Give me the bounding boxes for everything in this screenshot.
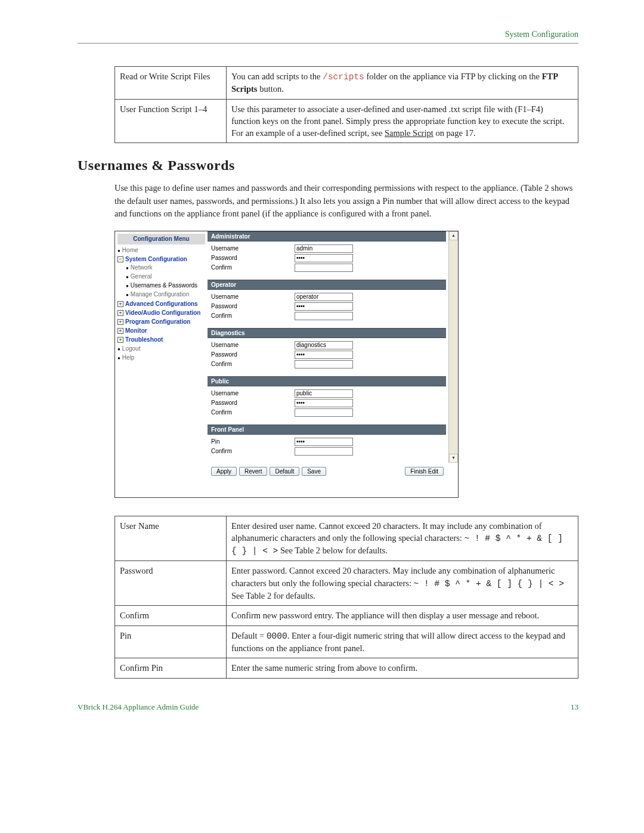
save-button[interactable]: Save: [302, 467, 326, 476]
text: See Table 2 below for defaults.: [278, 546, 388, 555]
form-row: Confirm: [208, 311, 446, 321]
section-header-public: Public: [208, 376, 446, 386]
password-input[interactable]: [295, 399, 353, 407]
text: button.: [258, 84, 284, 94]
section-header-front-panel: Front Panel: [208, 425, 446, 435]
sidebar-item-home[interactable]: Home: [122, 247, 138, 253]
password-input[interactable]: [295, 254, 353, 262]
scroll-up-icon[interactable]: ▲: [449, 231, 458, 240]
sidebar-item-video-audio[interactable]: Video/Audio Configuration: [125, 309, 200, 316]
sidebar-item-system-config[interactable]: System Configuration: [125, 256, 187, 262]
footer-guide-name: VBrick H.264 Appliance Admin Guide: [78, 702, 199, 712]
expand-icon[interactable]: +: [117, 328, 123, 334]
scrollbar[interactable]: ▲ ▼: [448, 231, 458, 463]
text: You can add scripts to the: [231, 72, 323, 81]
form-row: Username: [208, 389, 446, 398]
table-row: Confirm PinEnter the same numeric string…: [115, 658, 578, 678]
section-header-diagnostics: Diagnostics: [208, 328, 446, 338]
confirm-input[interactable]: [295, 360, 353, 368]
sidebar-item-general[interactable]: General: [131, 273, 152, 280]
field-definitions-table: User NameEnter desired user name. Cannot…: [114, 516, 578, 679]
finish-edit-button[interactable]: Finish Edit: [405, 467, 444, 476]
expand-icon[interactable]: +: [117, 310, 123, 316]
sidebar-item-program[interactable]: Program Configuration: [125, 318, 190, 325]
intro-paragraph: Use this page to define user names and p…: [114, 182, 578, 219]
form-row: Password: [208, 253, 446, 263]
text: folder on the appliance via FTP by click…: [364, 72, 542, 81]
default-button[interactable]: Default: [270, 467, 299, 476]
field-label: Password: [211, 351, 295, 358]
sidebar-item-network[interactable]: Network: [131, 264, 153, 271]
page-footer: VBrick H.264 Appliance Admin Guide 13: [78, 702, 578, 712]
param-label: Read or Write Script Files: [115, 67, 227, 100]
text: Confirm new password entry. The applianc…: [231, 611, 539, 620]
sidebar-item-troubleshoot[interactable]: Troubleshoot: [125, 336, 163, 343]
username-input[interactable]: [295, 341, 353, 349]
password-input[interactable]: [295, 302, 353, 311]
text: Enter the same numeric string from above…: [231, 663, 417, 673]
revert-button[interactable]: Revert: [239, 467, 267, 476]
username-input[interactable]: [295, 389, 353, 398]
param-label: User Name: [115, 516, 227, 561]
form-row: Confirm: [208, 408, 446, 417]
expand-icon[interactable]: +: [117, 319, 123, 325]
field-label: Confirm: [211, 409, 295, 416]
table-row: PasswordEnter password. Cannot exceed 20…: [115, 561, 578, 606]
scroll-down-icon[interactable]: ▼: [449, 454, 458, 463]
field-label: Confirm: [211, 361, 295, 367]
field-label: Pin: [211, 438, 295, 445]
field-label: Username: [211, 245, 295, 252]
table-row: PinDefault = 0000. Enter a four-digit nu…: [115, 625, 578, 658]
form-row: Password: [208, 398, 446, 408]
button-bar: Apply Revert Default Save Finish Edit: [208, 462, 458, 479]
param-desc: You can add scripts to the /scripts fold…: [227, 67, 578, 100]
table-row: User Function Script 1–4 Use this parame…: [115, 99, 578, 143]
table-row: User NameEnter desired user name. Cannot…: [115, 516, 578, 561]
form-row: Username: [208, 340, 446, 350]
sidebar-item-monitor[interactable]: Monitor: [125, 327, 147, 334]
collapse-icon[interactable]: −: [117, 256, 123, 262]
sidebar-item-logout[interactable]: Logout: [122, 345, 141, 352]
param-desc: Use this parameter to associate a user-d…: [227, 99, 578, 143]
sidebar-item-manage[interactable]: Manage Configuration: [131, 291, 189, 298]
sidebar-item-help[interactable]: Help: [122, 354, 135, 361]
pin-input[interactable]: [295, 438, 353, 446]
sidebar-item-usernames[interactable]: Usernames & Passwords: [131, 282, 197, 289]
username-input[interactable]: [295, 293, 353, 301]
form-row: Confirm: [208, 360, 446, 369]
sidebar-item-advanced[interactable]: Advanced Configurations: [125, 301, 198, 307]
link-sample-script[interactable]: Sample Script: [385, 128, 434, 138]
script-params-table: Read or Write Script Files You can add s…: [114, 66, 578, 143]
text: Default =: [231, 631, 267, 640]
field-label: Confirm: [211, 312, 295, 319]
password-input[interactable]: [295, 351, 353, 359]
field-label: Password: [211, 400, 295, 406]
field-label: Username: [211, 342, 295, 348]
page-header: System Configuration: [78, 30, 578, 44]
code-path: /scripts: [323, 72, 364, 82]
form-row: Username: [208, 292, 446, 302]
apply-button[interactable]: Apply: [211, 467, 237, 476]
param-desc: Enter password. Cannot exceed 20 charact…: [227, 561, 578, 606]
table-row: ConfirmConfirm new password entry. The a…: [115, 606, 578, 625]
app-screenshot: Configuration Menu ●Home −System Configu…: [114, 231, 459, 498]
text: on page 17.: [434, 128, 476, 138]
confirm-input[interactable]: [295, 408, 353, 417]
param-label: Confirm Pin: [115, 658, 227, 678]
confirm-input[interactable]: [295, 264, 353, 272]
footer-page-number: 13: [571, 702, 578, 712]
nav-tree: ●Home −System Configuration ●Network ●Ge…: [117, 246, 205, 363]
main-panel: ▲ ▼ AdministratorUsernamePasswordConfirm…: [208, 231, 458, 479]
expand-icon[interactable]: +: [117, 337, 123, 343]
param-desc: Enter the same numeric string from above…: [227, 658, 578, 678]
username-input[interactable]: [295, 244, 353, 253]
param-label: User Function Script 1–4: [115, 99, 227, 143]
expand-icon[interactable]: +: [117, 301, 123, 307]
confirm-input[interactable]: [295, 312, 353, 320]
param-label: Confirm: [115, 606, 227, 625]
field-label: Password: [211, 255, 295, 261]
confirm-input[interactable]: [295, 447, 353, 456]
sidebar: Configuration Menu ●Home −System Configu…: [115, 231, 208, 479]
code-text: ~ ! # $ ^ * + & [ ] { } | < >: [414, 579, 564, 589]
section-header-administrator: Administrator: [208, 231, 446, 241]
